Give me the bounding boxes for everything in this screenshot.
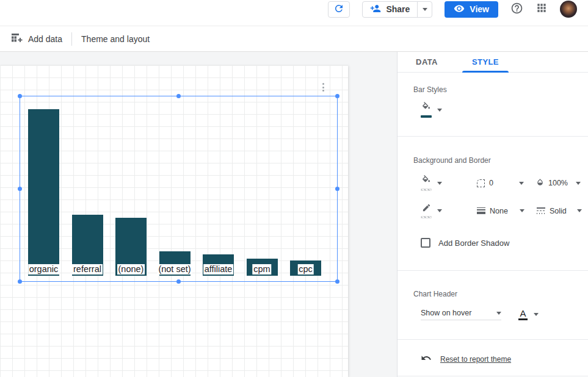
canvas-page[interactable]: organicreferral(none)(not set)affiliatec…	[0, 65, 348, 377]
caret-down-icon	[519, 182, 524, 185]
view-button[interactable]: View	[445, 1, 498, 18]
chart-options-menu[interactable]	[321, 82, 325, 93]
panel-tabs: DATA STYLE	[397, 52, 588, 73]
border-color-swatch	[421, 216, 432, 218]
corner-radius-value: 0	[489, 179, 515, 187]
text-color-icon: A	[518, 309, 528, 320]
border-weight-select[interactable]: None	[477, 207, 524, 215]
top-bar: Share View	[0, 0, 588, 26]
tab-style[interactable]: STYLE	[456, 52, 515, 72]
selection-handle-top-center[interactable]	[176, 94, 181, 98]
background-border-title: Background and Border	[413, 156, 588, 165]
apps-grid-icon	[535, 2, 548, 16]
bar-label: affiliate	[203, 264, 234, 275]
bar-organic[interactable]	[28, 109, 59, 276]
top-bar-actions: Share View	[328, 1, 577, 18]
share-dropdown-button[interactable]	[417, 2, 432, 17]
toolbar-separator	[71, 32, 72, 46]
caret-down-icon	[534, 313, 539, 316]
opacity-icon	[536, 178, 544, 188]
divider	[397, 136, 588, 137]
help-button[interactable]	[510, 2, 523, 17]
add-border-shadow-checkbox[interactable]	[421, 238, 430, 248]
opacity-value: 100%	[548, 179, 572, 187]
selection-handle-top-right[interactable]	[335, 94, 339, 98]
caret-down-icon	[520, 209, 524, 212]
bar-column[interactable]: referral	[66, 96, 109, 276]
bar-column[interactable]: organic	[22, 96, 65, 276]
background-fill-color-swatch	[421, 188, 432, 191]
add-border-shadow-label: Add Border Shadow	[438, 239, 509, 248]
divider	[397, 339, 588, 340]
bar-label: (none)	[117, 264, 145, 275]
caret-down-icon	[576, 182, 581, 185]
bar-label: referral	[72, 264, 103, 275]
background-fill-color-picker[interactable]	[421, 175, 432, 191]
corner-radius-select[interactable]: 0	[477, 179, 524, 187]
selection-handle-top-left[interactable]	[18, 94, 22, 98]
bar-column[interactable]: (not set)	[153, 96, 197, 276]
divider	[397, 270, 588, 271]
refresh-icon	[333, 3, 344, 16]
opacity-select[interactable]: 100%	[536, 178, 581, 188]
refresh-button[interactable]	[328, 1, 350, 18]
bar-label: cpc	[297, 264, 314, 275]
header-font-color-picker[interactable]: A	[518, 309, 539, 320]
eye-icon	[454, 3, 465, 16]
border-weight-value: None	[490, 207, 515, 215]
caret-down-icon	[423, 8, 427, 11]
bar-label: organic	[28, 264, 60, 275]
more-vert-icon	[322, 83, 324, 85]
main-area: organicreferral(none)(not set)affiliatec…	[0, 52, 588, 377]
chart-header-title: Chart Header	[413, 290, 588, 298]
line-style-icon	[537, 207, 545, 214]
share-button[interactable]: Share	[363, 2, 417, 17]
selection-handle-bottom-center[interactable]	[176, 279, 181, 284]
selection-handle-bottom-right[interactable]	[335, 279, 339, 284]
theme-layout-label: Theme and layout	[81, 34, 150, 44]
add-data-button[interactable]: Add data	[11, 33, 62, 45]
paint-bucket-icon	[421, 175, 431, 187]
avatar[interactable]	[560, 1, 577, 18]
divider	[397, 376, 588, 376]
chart-header-mode-value: Show on hover	[421, 309, 471, 317]
bar-chart[interactable]: organicreferral(none)(not set)affiliatec…	[22, 96, 327, 276]
app-window: Share View	[0, 0, 588, 377]
rounded-corner-icon	[477, 179, 485, 187]
chart-header-mode-select[interactable]: Show on hover	[421, 309, 501, 320]
caret-down-icon[interactable]	[437, 182, 442, 185]
selection-handle-middle-right[interactable]	[335, 187, 339, 191]
toolbar: Add data Theme and layout	[0, 26, 588, 52]
caret-down-icon[interactable]	[437, 209, 442, 212]
bar-label: cpm	[252, 264, 271, 275]
caret-down-icon[interactable]	[437, 109, 442, 112]
view-button-label: View	[470, 4, 489, 14]
bar-fill-color-swatch	[421, 115, 432, 118]
selection-handle-middle-left[interactable]	[18, 187, 22, 191]
selection-handle-bottom-left[interactable]	[18, 279, 22, 284]
person-add-icon	[370, 3, 381, 16]
border-style-value: Solid	[550, 207, 573, 215]
apps-button[interactable]	[535, 2, 548, 16]
pencil-icon	[422, 203, 431, 215]
bar-fill-color-picker[interactable]	[421, 102, 432, 118]
paint-bucket-icon	[421, 102, 431, 114]
add-data-icon	[11, 33, 23, 45]
tab-data[interactable]: DATA	[397, 52, 456, 72]
bar-column[interactable]: affiliate	[197, 96, 240, 276]
canvas-workspace[interactable]: organicreferral(none)(not set)affiliatec…	[0, 52, 397, 377]
border-color-picker[interactable]	[421, 203, 432, 218]
undo-icon	[421, 353, 432, 366]
bar-styles-title: Bar Styles	[413, 85, 588, 94]
bar-column[interactable]: cpm	[241, 96, 284, 276]
border-style-select[interactable]: Solid	[537, 207, 582, 215]
line-weight-icon	[477, 207, 485, 214]
bar-column[interactable]: cpc	[284, 96, 327, 276]
bar-column[interactable]: (none)	[109, 96, 153, 276]
caret-down-icon	[577, 209, 582, 212]
share-split-button: Share	[362, 1, 432, 18]
theme-and-layout-button[interactable]: Theme and layout	[81, 34, 150, 44]
reset-to-report-theme-link[interactable]: Reset to report theme	[440, 355, 511, 364]
caret-down-icon	[496, 312, 501, 315]
bar-label: (not set)	[157, 264, 192, 275]
